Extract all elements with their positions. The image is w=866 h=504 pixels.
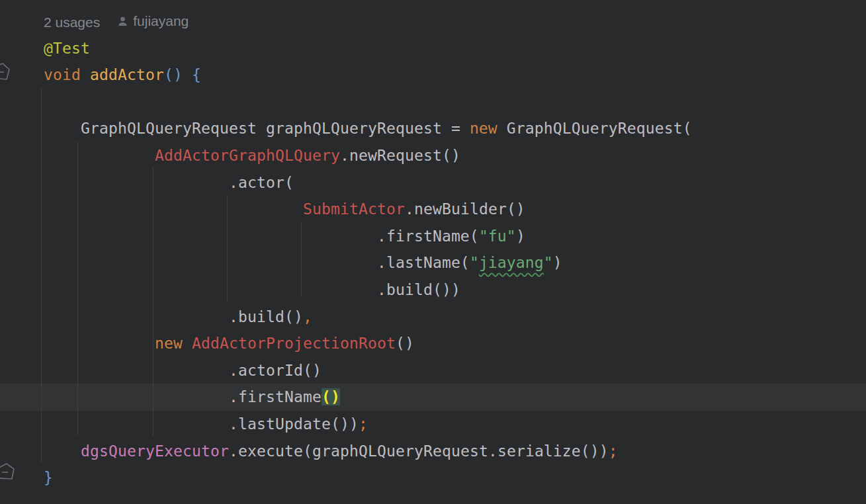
code-token [81, 66, 90, 83]
code-line[interactable]: .lastUpdate()); [44, 411, 866, 438]
person-icon [117, 16, 128, 27]
code-token: .build()) [44, 281, 460, 298]
code-line[interactable]: AddActorGraphQLQuery.newRequest() [44, 142, 866, 169]
code-line[interactable]: .build(), [44, 304, 866, 331]
code-token: .build() [44, 308, 303, 325]
code-token: .firstName( [44, 228, 479, 245]
code-token: .newBuilder() [405, 200, 525, 218]
code-token: ) [516, 228, 525, 245]
code-line[interactable]: dgsQueryExecutor.execute(graphQLQueryReq… [44, 438, 866, 465]
usages-inlay[interactable]: 2 usages [44, 15, 100, 30]
gutter-marker-icon-bottom[interactable] [0, 462, 19, 487]
code-token [183, 335, 192, 352]
gutter-marker-icon-top[interactable] [0, 62, 13, 87]
code-token: .lastUpdate()) [44, 415, 359, 433]
matched-paren-highlight: () [322, 388, 340, 405]
code-token: .actorId() [44, 362, 322, 379]
code-line[interactable]: .actorId() [44, 357, 866, 384]
code-line[interactable]: void addActor() { [44, 62, 866, 89]
code-token [44, 442, 81, 460]
code-line[interactable]: GraphQLQueryRequest graphQLQueryRequest … [44, 115, 866, 142]
code-editor: 2 usagesfujiayang@Testvoid addActor() { … [0, 0, 866, 504]
code-token: AddActorGraphQLQuery [155, 147, 340, 164]
code-token: "fu" [479, 228, 516, 245]
code-token: new [470, 120, 498, 137]
code-token: ; [359, 415, 368, 433]
code-token: GraphQLQueryRequest graphQLQueryRequest … [44, 120, 470, 137]
code-line[interactable]: @Test [44, 35, 866, 62]
code-token: , [303, 308, 312, 325]
usages-author-inlay-line[interactable]: 2 usagesfujiayang [44, 8, 866, 35]
code-token: AddActorProjectionRoot [192, 335, 396, 352]
code-line[interactable] [44, 89, 866, 116]
code-line[interactable]: new AddActorProjectionRoot() [44, 330, 866, 357]
code-line[interactable]: } [44, 464, 866, 491]
code-token: () { [164, 66, 201, 83]
author-name: fujiayang [133, 8, 189, 35]
code-token [44, 200, 303, 218]
code-line[interactable]: .lastName("jiayang") [44, 249, 866, 276]
code-line[interactable]: .firstName("fu") [44, 223, 866, 250]
code-token: .newRequest() [340, 147, 460, 164]
code-line[interactable]: .firstName() [44, 384, 866, 411]
code-line[interactable]: .actor( [44, 169, 866, 196]
code-token: ; [609, 442, 618, 460]
code-token: .execute(graphQLQueryRequest.serialize()… [229, 442, 609, 460]
code-token: jiayang [479, 254, 544, 271]
code-token: SubmitActor [303, 200, 405, 218]
code-token: addActor [90, 66, 164, 83]
code-area[interactable]: 2 usagesfujiayang@Testvoid addActor() { … [0, 0, 866, 504]
code-token: GraphQLQueryRequest( [498, 120, 692, 137]
code-token: void [44, 66, 81, 83]
code-token: " [544, 254, 553, 271]
code-line[interactable]: .build()) [44, 276, 866, 304]
code-token: ) [553, 254, 562, 271]
code-token: " [470, 254, 479, 271]
author-inlay[interactable]: fujiayang [117, 8, 189, 35]
code-token: } [44, 469, 53, 486]
code-line[interactable]: SubmitActor.newBuilder() [44, 196, 866, 223]
code-token: () [396, 335, 414, 352]
code-token [44, 147, 155, 164]
code-token: dgsQueryExecutor [81, 442, 229, 460]
code-token: .firstName [44, 388, 322, 405]
code-token: .lastName( [44, 254, 470, 271]
code-token: new [155, 335, 183, 352]
code-token: @Test [44, 40, 90, 57]
code-token: .actor( [44, 174, 294, 191]
code-token [44, 335, 155, 352]
